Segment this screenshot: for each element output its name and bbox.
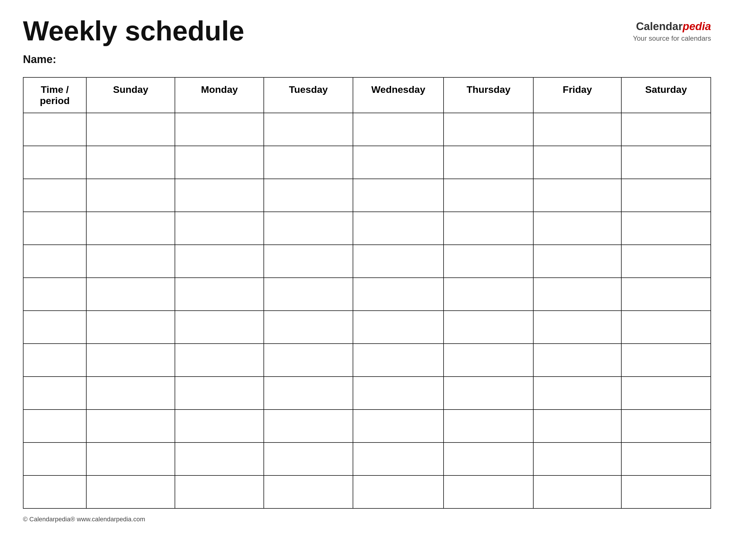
schedule-cell[interactable] [533, 245, 621, 278]
schedule-cell[interactable] [86, 475, 175, 508]
schedule-cell[interactable] [264, 146, 353, 179]
schedule-cell[interactable] [533, 475, 621, 508]
schedule-cell[interactable] [175, 410, 264, 442]
schedule-cell[interactable] [353, 245, 444, 278]
schedule-cell[interactable] [533, 344, 621, 377]
schedule-cell[interactable] [533, 442, 621, 475]
schedule-cell[interactable] [86, 146, 175, 179]
schedule-cell[interactable] [444, 311, 533, 344]
schedule-cell[interactable] [264, 278, 353, 311]
schedule-cell[interactable] [264, 410, 353, 442]
schedule-cell[interactable] [621, 410, 711, 442]
schedule-cell[interactable] [444, 179, 533, 212]
schedule-cell[interactable] [175, 442, 264, 475]
schedule-cell[interactable] [444, 146, 533, 179]
schedule-cell[interactable] [533, 311, 621, 344]
schedule-cell[interactable] [533, 146, 621, 179]
schedule-cell[interactable] [175, 146, 264, 179]
schedule-cell[interactable] [175, 475, 264, 508]
time-cell[interactable] [23, 179, 86, 212]
schedule-cell[interactable] [86, 344, 175, 377]
schedule-cell[interactable] [86, 245, 175, 278]
schedule-cell[interactable] [621, 344, 711, 377]
schedule-cell[interactable] [621, 113, 711, 146]
schedule-cell[interactable] [444, 344, 533, 377]
schedule-cell[interactable] [264, 344, 353, 377]
schedule-cell[interactable] [175, 311, 264, 344]
schedule-cell[interactable] [264, 113, 353, 146]
schedule-cell[interactable] [353, 377, 444, 410]
schedule-cell[interactable] [621, 212, 711, 245]
schedule-cell[interactable] [444, 212, 533, 245]
schedule-cell[interactable] [353, 179, 444, 212]
schedule-cell[interactable] [175, 278, 264, 311]
schedule-cell[interactable] [353, 278, 444, 311]
schedule-cell[interactable] [444, 475, 533, 508]
schedule-cell[interactable] [86, 113, 175, 146]
time-cell[interactable] [23, 410, 86, 442]
schedule-cell[interactable] [621, 377, 711, 410]
schedule-cell[interactable] [175, 245, 264, 278]
schedule-cell[interactable] [533, 377, 621, 410]
logo-tagline: Your source for calendars [633, 34, 711, 42]
schedule-cell[interactable] [533, 278, 621, 311]
schedule-cell[interactable] [264, 475, 353, 508]
schedule-cell[interactable] [353, 113, 444, 146]
schedule-cell[interactable] [444, 278, 533, 311]
schedule-cell[interactable] [86, 212, 175, 245]
schedule-cell[interactable] [533, 179, 621, 212]
schedule-cell[interactable] [86, 377, 175, 410]
time-cell[interactable] [23, 311, 86, 344]
schedule-cell[interactable] [533, 113, 621, 146]
schedule-cell[interactable] [86, 311, 175, 344]
table-row [23, 146, 711, 179]
schedule-cell[interactable] [353, 311, 444, 344]
time-cell[interactable] [23, 113, 86, 146]
schedule-cell[interactable] [264, 212, 353, 245]
schedule-cell[interactable] [353, 146, 444, 179]
schedule-cell[interactable] [444, 410, 533, 442]
schedule-cell[interactable] [621, 442, 711, 475]
time-cell[interactable] [23, 377, 86, 410]
time-cell[interactable] [23, 442, 86, 475]
schedule-table: Time / period Sunday Monday Tuesday Wedn… [23, 77, 711, 509]
time-cell[interactable] [23, 475, 86, 508]
schedule-cell[interactable] [86, 410, 175, 442]
schedule-cell[interactable] [621, 278, 711, 311]
schedule-cell[interactable] [444, 113, 533, 146]
time-cell[interactable] [23, 146, 86, 179]
schedule-cell[interactable] [621, 311, 711, 344]
time-cell[interactable] [23, 278, 86, 311]
schedule-cell[interactable] [353, 410, 444, 442]
schedule-cell[interactable] [175, 344, 264, 377]
schedule-cell[interactable] [353, 475, 444, 508]
schedule-cell[interactable] [264, 179, 353, 212]
col-header-saturday: Saturday [621, 77, 711, 113]
schedule-cell[interactable] [86, 179, 175, 212]
time-cell[interactable] [23, 212, 86, 245]
schedule-cell[interactable] [444, 442, 533, 475]
schedule-cell[interactable] [621, 245, 711, 278]
schedule-cell[interactable] [353, 212, 444, 245]
schedule-cell[interactable] [444, 377, 533, 410]
schedule-cell[interactable] [175, 113, 264, 146]
schedule-cell[interactable] [621, 179, 711, 212]
schedule-cell[interactable] [444, 245, 533, 278]
schedule-cell[interactable] [533, 410, 621, 442]
schedule-cell[interactable] [353, 344, 444, 377]
schedule-cell[interactable] [353, 442, 444, 475]
schedule-cell[interactable] [264, 245, 353, 278]
time-cell[interactable] [23, 245, 86, 278]
schedule-cell[interactable] [175, 377, 264, 410]
schedule-cell[interactable] [621, 475, 711, 508]
time-cell[interactable] [23, 344, 86, 377]
schedule-cell[interactable] [264, 442, 353, 475]
schedule-cell[interactable] [86, 278, 175, 311]
schedule-cell[interactable] [264, 377, 353, 410]
schedule-cell[interactable] [264, 311, 353, 344]
schedule-cell[interactable] [533, 212, 621, 245]
schedule-cell[interactable] [175, 212, 264, 245]
schedule-cell[interactable] [175, 179, 264, 212]
schedule-cell[interactable] [621, 146, 711, 179]
schedule-cell[interactable] [86, 442, 175, 475]
